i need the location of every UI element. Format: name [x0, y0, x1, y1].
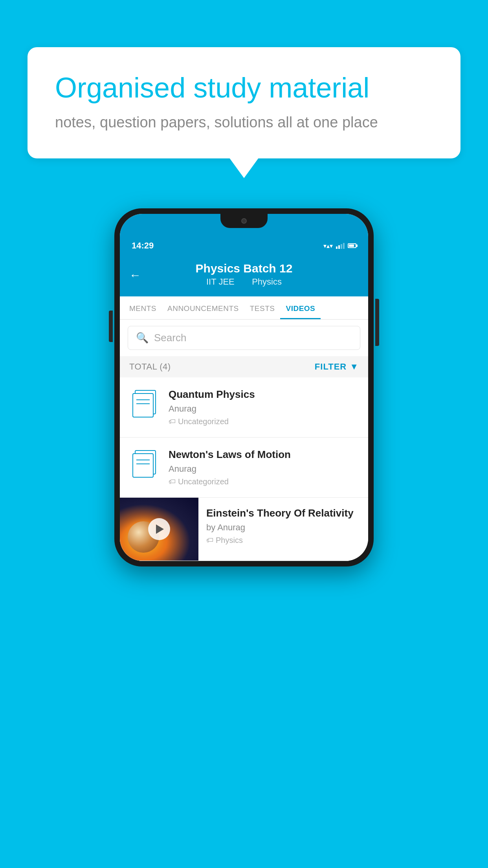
battery-icon	[348, 243, 356, 248]
wifi-icon: ▾▴▾	[323, 242, 333, 250]
front-camera	[241, 218, 247, 224]
notch-cutout	[220, 214, 268, 228]
tab-tests[interactable]: TESTS	[244, 296, 281, 319]
phone-mockup: 14:29 ▾▴▾ ← Physics Batch 12	[114, 208, 374, 566]
video-title-1: Quantum Physics	[169, 388, 359, 401]
filter-label: FILTER	[315, 362, 347, 372]
video-author-1: Anurag	[169, 404, 359, 414]
video-item-2[interactable]: Newton's Laws of Motion Anurag 🏷 Uncateg…	[120, 438, 368, 498]
tag-icon-2: 🏷	[169, 478, 176, 486]
phone-screen: 14:29 ▾▴▾ ← Physics Batch 12	[120, 214, 368, 561]
document-icon-2	[132, 450, 158, 478]
video-title-2: Newton's Laws of Motion	[169, 449, 359, 461]
batch-title: Physics Batch 12	[132, 262, 356, 275]
tabs-bar: MENTS ANNOUNCEMENTS TESTS VIDEOS	[120, 296, 368, 320]
video-item-3[interactable]: Einstein's Theory Of Relativity by Anura…	[120, 498, 368, 561]
bubble-subtitle: notes, question papers, solutions all at…	[55, 114, 433, 131]
tag-icon-1: 🏷	[169, 417, 176, 426]
play-button[interactable]	[148, 518, 170, 540]
search-icon: 🔍	[136, 332, 149, 344]
subtitle-iitjee: IIT JEE	[206, 277, 235, 287]
tag-icon-3: 🏷	[206, 536, 213, 544]
tab-videos[interactable]: VIDEOS	[280, 296, 321, 319]
status-time: 14:29	[132, 241, 154, 251]
video-tag-2: 🏷 Uncategorized	[169, 477, 359, 486]
search-input[interactable]: Search	[154, 332, 186, 344]
video-info-1: Quantum Physics Anurag 🏷 Uncategorized	[169, 388, 359, 426]
document-icon-1	[132, 390, 158, 418]
search-container: 🔍 Search	[120, 320, 368, 356]
total-count: TOTAL (4)	[129, 362, 171, 372]
video-list: Quantum Physics Anurag 🏷 Uncategorized	[120, 377, 368, 561]
video-info-2: Newton's Laws of Motion Anurag 🏷 Uncateg…	[169, 449, 359, 486]
status-icons: ▾▴▾	[323, 242, 356, 250]
video-thumbnail-3	[120, 498, 198, 561]
speech-bubble: Organised study material notes, question…	[28, 47, 460, 158]
subtitle-physics: Physics	[252, 277, 282, 287]
video-thumb-2	[129, 449, 161, 480]
video-author-3: by Anurag	[206, 522, 360, 533]
status-bar: 14:29 ▾▴▾	[120, 237, 368, 254]
video-tag-1: 🏷 Uncategorized	[169, 417, 359, 426]
filter-button[interactable]: FILTER ▼	[315, 362, 359, 372]
phone-outer-shell: 14:29 ▾▴▾ ← Physics Batch 12	[114, 208, 374, 566]
search-input-wrap[interactable]: 🔍 Search	[128, 326, 360, 350]
video-tag-3: 🏷 Physics	[206, 536, 360, 545]
tab-ments[interactable]: MENTS	[124, 296, 162, 319]
filter-bar: TOTAL (4) FILTER ▼	[120, 356, 368, 377]
hero-section: Organised study material notes, question…	[28, 47, 460, 158]
phone-notch	[120, 214, 368, 237]
tab-announcements[interactable]: ANNOUNCEMENTS	[162, 296, 244, 319]
app-header: ← Physics Batch 12 IIT JEE Physics	[120, 254, 368, 296]
video-author-2: Anurag	[169, 464, 359, 474]
batch-subtitle: IIT JEE Physics	[132, 277, 356, 287]
video-thumb-1	[129, 388, 161, 420]
signal-icon	[336, 243, 345, 249]
filter-funnel-icon: ▼	[350, 362, 359, 372]
video-title-3: Einstein's Theory Of Relativity	[206, 507, 360, 519]
video-item-1[interactable]: Quantum Physics Anurag 🏷 Uncategorized	[120, 377, 368, 438]
bubble-title: Organised study material	[55, 71, 433, 105]
video-info-3: Einstein's Theory Of Relativity by Anura…	[198, 498, 368, 554]
back-button[interactable]: ←	[129, 268, 141, 282]
play-triangle-icon	[156, 524, 164, 534]
